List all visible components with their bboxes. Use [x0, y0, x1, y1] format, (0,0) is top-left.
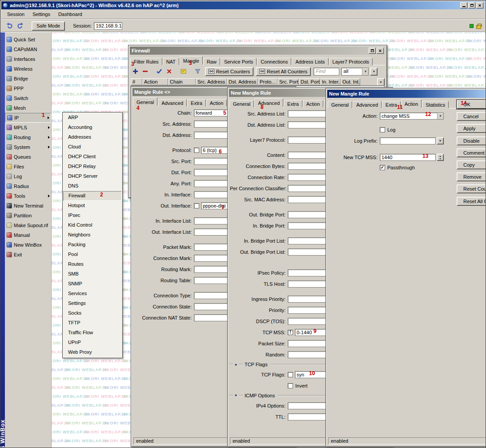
new-mangle-rule-tab-advanced[interactable]: Advanced [353, 101, 382, 108]
firewall-tab-raw[interactable]: Raw [203, 58, 220, 65]
log-prefix-input[interactable] [380, 137, 436, 144]
passthrough-checkbox[interactable]: ✓ [380, 165, 385, 170]
app-titlebar[interactable]: admin@192.168.9.1 (Skori-hAPac^2) - WinB… [1, 1, 485, 9]
not-checkbox[interactable] [288, 372, 293, 377]
minimize-button[interactable] [460, 2, 467, 8]
reset-counters-button[interactable]: Reset Counters [457, 184, 486, 193]
submenu-item-services[interactable]: Services [63, 289, 122, 299]
submenu-item-dhcp-server[interactable]: DHCP Server [63, 172, 122, 181]
spinner-up-icon[interactable]: ▲ [439, 155, 442, 157]
sidebar-item-interfaces[interactable]: Interfaces [5, 54, 51, 64]
find-input[interactable]: Find [313, 68, 339, 76]
column-header-item[interactable]: # [131, 78, 142, 85]
firewall-titlebar[interactable]: Firewall × [130, 47, 386, 55]
sidebar-item-wireless[interactable]: Wireless [5, 64, 51, 74]
sidebar-item-bridge[interactable]: Bridge [5, 74, 51, 84]
column-header-dst-address[interactable]: Dst. Address [227, 78, 258, 85]
new-mangle-rule-tab-general[interactable]: General [328, 101, 352, 108]
sidebar-item-make-supout-rif[interactable]: Make Supout.rif [5, 220, 51, 230]
column-header-out-int[interactable]: Out. Int... [341, 78, 360, 85]
action-select[interactable]: change MSS ▼ [380, 112, 444, 120]
remove-rule-button[interactable] [141, 68, 149, 76]
new-mangle-rule-tab-action[interactable]: Action [303, 100, 324, 108]
firewall-restore-button[interactable] [369, 48, 376, 54]
not-checkbox[interactable] [194, 148, 199, 153]
submenu-item-smb[interactable]: SMB [63, 269, 122, 279]
submenu-item-traffic-flow[interactable]: Traffic Flow [63, 328, 122, 338]
submenu-item-addresses[interactable]: Addresses [63, 132, 122, 142]
sidebar-item-quick-set[interactable]: Quick Set [5, 35, 51, 44]
remove-button[interactable]: Remove [457, 172, 486, 181]
sidebar-item-ppp[interactable]: PPP [5, 84, 51, 93]
redo-button[interactable] [15, 21, 25, 31]
close-button[interactable]: × [476, 2, 483, 8]
invert-checkbox[interactable] [288, 383, 293, 388]
column-header-in-inter[interactable]: In. Inter... [320, 78, 341, 85]
reset-all-counters-button[interactable]: Reset All Counters [457, 197, 486, 206]
submenu-item-hotspot[interactable]: Hotspot [63, 201, 122, 211]
new-mangle-rule-tab-advanced[interactable]: Advanced [254, 98, 283, 107]
menu-dashboard[interactable]: Dashboard [54, 11, 86, 18]
submenu-item-pool[interactable]: Pool [63, 250, 122, 260]
firewall-tab-layer7-protocols[interactable]: Layer7 Protocols [329, 58, 373, 65]
sidebar-item-exit[interactable]: Exit [5, 250, 51, 260]
sidebar-item-mesh[interactable]: Mesh [5, 103, 51, 113]
menu-settings[interactable]: Settings [28, 11, 54, 18]
sidebar-item-queues[interactable]: Queues [5, 152, 51, 162]
session-input[interactable]: 192.168.9.1 [94, 22, 122, 30]
mangle-rule-tab-advanced[interactable]: Advanced [158, 99, 187, 107]
submenu-item-settings[interactable]: Settings [63, 299, 122, 308]
submenu-item-arp[interactable]: ARP [63, 113, 122, 123]
submenu-item-firewall[interactable]: Firewall [63, 191, 122, 201]
sidebar-item-manual[interactable]: Manual [5, 230, 51, 240]
sidebar-item-tools[interactable]: Tools [5, 191, 51, 201]
submenu-item-tftp[interactable]: TFTP [63, 318, 122, 328]
new-tcp-mss-spinner[interactable]: ▲ ▼ [437, 154, 444, 161]
filter-dropdown-button[interactable]: ▼ [370, 68, 378, 76]
column-header-src-port[interactable]: Src. Port [277, 78, 299, 85]
submenu-item-kid-control[interactable]: Kid Control [63, 220, 122, 230]
column-header-action[interactable]: Action [142, 78, 168, 85]
submenu-item-web-proxy[interactable]: Web Proxy [63, 348, 122, 357]
dropdown-arrow-icon[interactable]: ▼ [437, 113, 443, 119]
firewall-close-button[interactable]: × [377, 48, 384, 54]
filter-button[interactable] [193, 68, 202, 76]
add-rule-button[interactable] [131, 68, 140, 76]
dropdown-arrow-icon[interactable]: ▼ [362, 68, 368, 75]
log-prefix-dropdown-button[interactable]: ▼ [437, 137, 444, 144]
sidebar-item-switch[interactable]: Switch [5, 93, 51, 103]
column-header-chain[interactable]: Chain [168, 78, 196, 85]
new-mangle-rule-titlebar[interactable]: New Mangle Rule [327, 90, 486, 98]
firewall-tab-nat[interactable]: NAT [163, 58, 179, 65]
new-mangle-rule-tab-statistics[interactable]: Statistics [422, 101, 449, 108]
sidebar-item-radius[interactable]: Radius [5, 181, 51, 191]
submenu-item-neighbors[interactable]: Neighbors [63, 230, 122, 240]
firewall-tab-service-ports[interactable]: Service Ports [221, 58, 257, 65]
disable-rule-button[interactable] [165, 68, 173, 76]
safe-mode-button[interactable]: Safe Mode [32, 21, 65, 31]
submenu-item-dhcp-client[interactable]: DHCP Client [63, 152, 122, 162]
submenu-item-dns[interactable]: DNS [63, 181, 122, 191]
new-mangle-rule-tab-action[interactable]: Action [401, 99, 422, 108]
undo-button[interactable] [4, 21, 15, 31]
firewall-tab-address-lists[interactable]: Address Lists [292, 58, 328, 65]
sidebar-item-files[interactable]: Files [5, 162, 51, 172]
new-mangle-rule-tab-extra[interactable]: Extra [284, 100, 302, 108]
firewall-tab-connections[interactable]: Connections [257, 58, 291, 65]
column-header-proto[interactable]: Proto... [258, 78, 277, 85]
reset-counters-button[interactable]: 00 Reset Counters [205, 67, 253, 76]
comment-button[interactable] [179, 68, 188, 76]
submenu-item-ipsec[interactable]: IPsec [63, 211, 122, 220]
column-header-src-address[interactable]: Src. Address [196, 78, 227, 85]
disable-button[interactable]: Disable [457, 136, 486, 145]
sidebar-item-new-terminal[interactable]: New Terminal [5, 201, 51, 211]
copy-button[interactable]: Copy [457, 160, 486, 169]
collapse-icon[interactable]: ▲ [234, 363, 237, 366]
not-toggle[interactable]: ! [288, 330, 293, 335]
reset-all-counters-button[interactable]: 00 Reset All Counters [256, 67, 311, 76]
menu-session[interactable]: Session [3, 11, 28, 18]
submenu-item-cloud[interactable]: Cloud [63, 142, 122, 152]
submenu-item-dhcp-relay[interactable]: DHCP Relay [63, 162, 122, 172]
submenu-item-packing[interactable]: Packing [63, 240, 122, 250]
expand-icon[interactable]: ▼ [234, 394, 237, 397]
